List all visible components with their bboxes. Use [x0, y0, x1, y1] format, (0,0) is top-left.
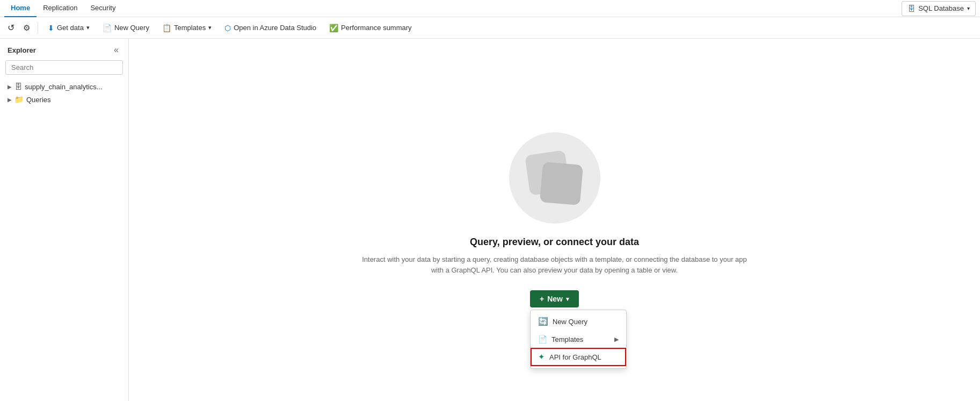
illustration-square-2 — [539, 162, 583, 205]
sidebar: Explorer « ▶ 🗄 supply_chain_analytics...… — [0, 39, 129, 401]
toolbar: ↺ ⚙ ⬇ Get data ▾ 📄 New Query 📋 Templates… — [0, 17, 980, 39]
nav-tab-security[interactable]: Security — [84, 0, 122, 17]
new-button[interactable]: + New ▾ — [530, 290, 579, 307]
chevron-down-icon: ▾ — [208, 24, 212, 31]
folder-icon: 📁 — [14, 95, 24, 104]
dropdown-api-graphql-label: API for GraphQL — [549, 353, 601, 361]
new-query-label: New Query — [114, 24, 149, 32]
new-button-container: + New ▾ 🔄 New Query 📄 Templates ▶ ✦ API … — [530, 290, 579, 307]
content-description: Interact with your data by starting a qu… — [361, 254, 748, 275]
dropdown-new-query[interactable]: 🔄 New Query — [531, 312, 626, 331]
tree-item-queries-label: Queries — [26, 96, 51, 104]
new-query-icon: 📄 — [103, 24, 112, 32]
dropdown-new-query-label: New Query — [553, 318, 587, 326]
nav-tab-home[interactable]: Home — [4, 0, 37, 17]
sidebar-collapse-button[interactable]: « — [112, 44, 121, 56]
tree-item-queries[interactable]: ▶ 📁 Queries — [0, 93, 128, 106]
chevron-down-icon: ▾ — [967, 5, 970, 11]
content-area: Query, preview, or connect your data Int… — [129, 39, 980, 401]
get-data-icon: ⬇ — [48, 24, 54, 32]
new-query-icon: 🔄 — [538, 317, 548, 326]
refresh-button[interactable]: ↺ — [4, 20, 18, 35]
dropdown-api-graphql[interactable]: ✦ API for GraphQL — [531, 348, 626, 366]
get-data-label: Get data — [57, 24, 84, 32]
new-button-label: New — [547, 295, 563, 303]
top-nav: Home Replication Security 🗄 SQL Database… — [0, 0, 980, 17]
templates-label: Templates — [174, 24, 206, 32]
azure-icon: ⬡ — [224, 24, 231, 32]
settings-icon: ⚙ — [23, 23, 30, 33]
tree-item-database[interactable]: ▶ 🗄 supply_chain_analytics... — [0, 80, 128, 93]
nav-tab-replication[interactable]: Replication — [37, 0, 84, 17]
performance-icon: ✅ — [329, 24, 338, 32]
templates-icon: 📋 — [162, 24, 171, 32]
main-layout: Explorer « ▶ 🗄 supply_chain_analytics...… — [0, 39, 980, 401]
chevron-right-icon: ▶ — [614, 336, 619, 343]
open-azure-label: Open in Azure Data Studio — [234, 24, 316, 32]
open-azure-button[interactable]: ⬡ Open in Azure Data Studio — [219, 20, 322, 35]
chevron-down-icon: ▾ — [86, 24, 90, 31]
chevron-down-icon: ▾ — [566, 296, 569, 303]
templates-icon: 📄 — [538, 335, 547, 343]
dropdown-templates[interactable]: 📄 Templates ▶ — [531, 331, 626, 348]
db-selector-label: SQL Database — [918, 4, 964, 12]
new-query-button[interactable]: 📄 New Query — [97, 20, 155, 35]
sidebar-title: Explorer — [8, 46, 36, 54]
performance-summary-button[interactable]: ✅ Performance summary — [324, 20, 417, 35]
tree-item-database-label: supply_chain_analytics... — [25, 83, 103, 91]
collapse-icon: « — [114, 45, 119, 54]
search-input[interactable] — [5, 60, 123, 75]
sidebar-header: Explorer « — [0, 39, 128, 60]
expand-arrow-icon: ▶ — [8, 84, 12, 90]
settings-button[interactable]: ⚙ — [20, 20, 33, 35]
db-selector[interactable]: 🗄 SQL Database ▾ — [902, 1, 976, 16]
new-dropdown-menu: 🔄 New Query 📄 Templates ▶ ✦ API for Grap… — [530, 310, 627, 369]
database-icon: 🗄 — [908, 4, 915, 13]
illustration — [509, 132, 600, 224]
dropdown-templates-label: Templates — [551, 335, 583, 343]
expand-arrow-icon: ▶ — [8, 97, 12, 103]
database-icon: 🗄 — [14, 82, 22, 91]
graphql-icon: ✦ — [538, 352, 545, 362]
plus-icon: + — [540, 295, 544, 303]
templates-button[interactable]: 📋 Templates ▾ — [157, 20, 217, 35]
performance-summary-label: Performance summary — [341, 24, 411, 32]
get-data-button[interactable]: ⬇ Get data ▾ — [42, 20, 95, 35]
refresh-icon: ↺ — [8, 23, 14, 33]
content-title: Query, preview, or connect your data — [470, 237, 639, 248]
